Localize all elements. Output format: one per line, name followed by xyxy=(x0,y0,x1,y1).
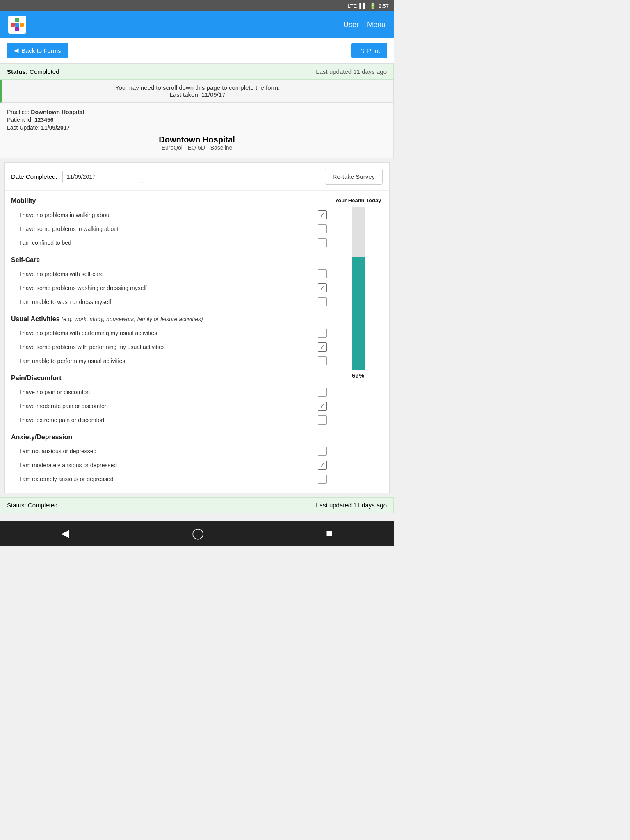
home-nav-button[interactable]: ◯ xyxy=(192,527,204,540)
bottom-last-updated: Last updated 11 days ago xyxy=(316,502,387,509)
option-text: I have extreme pain or discomfort xyxy=(19,417,318,423)
option-row: I am moderately anxious or depressed✓ xyxy=(11,458,327,472)
chart-percent: 69% xyxy=(352,372,364,379)
last-updated: Last updated 11 days ago xyxy=(316,68,387,75)
status-strip-bottom: Status: Completed Last updated 11 days a… xyxy=(0,497,394,513)
svg-rect-3 xyxy=(20,23,24,27)
option-text: I have some problems washing or dressing… xyxy=(19,285,318,291)
option-text: I have moderate pain or discomfort xyxy=(19,403,318,409)
option-text: I am moderately anxious or depressed xyxy=(19,462,318,468)
option-row: I have some problems with performing my … xyxy=(11,340,327,354)
logo-area xyxy=(8,16,26,34)
checkbox[interactable]: ✓ xyxy=(318,283,327,292)
option-text: I am unable to perform my usual activiti… xyxy=(19,358,318,364)
status-value: Completed xyxy=(30,68,59,75)
health-chart-title: Your Health Today xyxy=(335,197,381,203)
checkbox[interactable] xyxy=(318,329,327,338)
option-row: I am extremely anxious or depressed xyxy=(11,472,327,486)
option-row: I have no pain or discomfort xyxy=(11,385,327,399)
option-text: I have no problems in walking about xyxy=(19,212,318,218)
status-strip-top: Status: Completed Last updated 11 days a… xyxy=(0,64,394,80)
option-text: I am unable to wash or dress myself xyxy=(19,299,318,305)
date-row: Date Completed: Re-take Survey xyxy=(5,163,389,191)
option-row: I have no problems with self-care xyxy=(11,267,327,281)
status-label: Status: xyxy=(7,68,28,75)
section-title-anxiety-depression: Anxiety/Depression xyxy=(11,434,327,441)
back-nav-button[interactable]: ◀ xyxy=(61,527,69,540)
hospital-title: Downtown Hospital EuroQol - EQ-5D - Base… xyxy=(7,135,387,151)
option-row: I have some problems washing or dressing… xyxy=(11,281,327,295)
survey-area: MobilityI have no problems in walking ab… xyxy=(5,191,389,493)
option-row: I am unable to wash or dress myself xyxy=(11,295,327,309)
option-text: I am not anxious or depressed xyxy=(19,448,318,454)
option-row: I am not anxious or depressed xyxy=(11,444,327,458)
bottom-status-label: Status: xyxy=(7,502,26,509)
option-text: I have no pain or discomfort xyxy=(19,389,318,395)
practice-row: Practice: Downtown Hospital xyxy=(7,109,387,115)
option-text: I have no problems with performing my us… xyxy=(19,330,318,336)
signal-icon: ▌▌ xyxy=(359,3,367,9)
checkbox[interactable] xyxy=(318,388,327,397)
nav-bar: ◀ ◯ ■ xyxy=(0,521,394,546)
checkbox[interactable]: ✓ xyxy=(318,210,327,219)
lte-icon: LTE xyxy=(347,3,357,9)
print-icon: 🖨 xyxy=(358,47,365,54)
user-link[interactable]: User xyxy=(343,21,359,29)
checkbox[interactable] xyxy=(318,297,327,306)
option-row: I have no problems in walking about✓ xyxy=(11,208,327,222)
header-nav: User Menu xyxy=(343,21,386,29)
print-button[interactable]: 🖨 Print xyxy=(351,43,387,58)
toolbar: ◀ Back to Forms 🖨 Print xyxy=(0,38,394,64)
checkbox[interactable] xyxy=(318,224,327,233)
chart-bar-outer xyxy=(352,207,365,370)
checkbox[interactable] xyxy=(318,356,327,365)
option-text: I have no problems with self-care xyxy=(19,271,318,277)
chart-bar-wrapper: 69% xyxy=(352,207,365,379)
clock: 2:57 xyxy=(379,3,389,9)
bottom-status-value: Completed xyxy=(28,502,58,509)
status-bar-icons: LTE ▌▌ 🔋 2:57 xyxy=(347,3,389,9)
checkbox[interactable]: ✓ xyxy=(318,461,327,470)
checkbox[interactable] xyxy=(318,475,327,484)
status-bar: LTE ▌▌ 🔋 2:57 xyxy=(0,0,394,11)
svg-rect-4 xyxy=(15,27,19,31)
battery-icon: 🔋 xyxy=(370,3,376,9)
option-row: I have some problems in walking about xyxy=(11,222,327,236)
option-row: I have no problems with performing my us… xyxy=(11,326,327,340)
checkbox[interactable] xyxy=(318,269,327,278)
retake-survey-button[interactable]: Re-take Survey xyxy=(325,169,383,185)
menu-link[interactable]: Menu xyxy=(367,21,386,29)
back-to-forms-button[interactable]: ◀ Back to Forms xyxy=(7,43,68,58)
patient-id-row: Patient Id: 123456 xyxy=(7,116,387,123)
survey-right: Your Health Today 69% xyxy=(333,197,383,486)
checkbox[interactable] xyxy=(318,447,327,456)
date-completed-label: Date Completed: xyxy=(11,173,57,180)
option-text: I have some problems in walking about xyxy=(19,226,318,232)
recent-nav-button[interactable]: ■ xyxy=(326,527,333,540)
logo-icon xyxy=(8,16,26,34)
section-title-self-care: Self-Care xyxy=(11,256,327,264)
info-banner: You may need to scroll down this page to… xyxy=(0,80,394,103)
section-title-mobility: Mobility xyxy=(11,197,327,205)
section-title-usual-activities: Usual Activities (e.g. work, study, hous… xyxy=(11,315,327,323)
option-row: I have moderate pain or discomfort✓ xyxy=(11,399,327,413)
section-title-pain-discomfort: Pain/Discomfort xyxy=(11,374,327,382)
header: User Menu xyxy=(0,11,394,38)
option-text: I am confined to bed xyxy=(19,240,318,246)
date-completed-field[interactable] xyxy=(62,171,143,183)
checkbox[interactable] xyxy=(318,415,327,425)
option-text: I have some problems with performing my … xyxy=(19,344,318,350)
checkbox[interactable]: ✓ xyxy=(318,402,327,411)
checkbox[interactable]: ✓ xyxy=(318,342,327,352)
chart-bar-inner xyxy=(352,257,365,370)
last-update-row: Last Update: 11/09/2017 xyxy=(7,124,387,131)
checkbox[interactable] xyxy=(318,238,327,247)
survey-left: MobilityI have no problems in walking ab… xyxy=(11,197,327,486)
option-row: I have extreme pain or discomfort xyxy=(11,413,327,427)
option-row: I am unable to perform my usual activiti… xyxy=(11,354,327,368)
option-row: I am confined to bed xyxy=(11,236,327,250)
svg-rect-0 xyxy=(15,18,19,22)
chevron-left-icon: ◀ xyxy=(14,47,19,54)
main-content: Date Completed: Re-take Survey MobilityI… xyxy=(4,162,390,493)
patient-info: Practice: Downtown Hospital Patient Id: … xyxy=(0,103,394,158)
